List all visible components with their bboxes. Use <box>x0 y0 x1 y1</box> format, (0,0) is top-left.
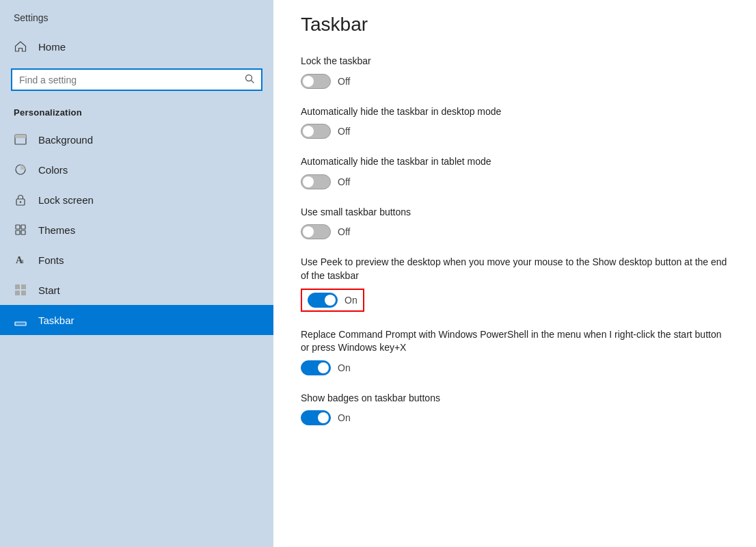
setting-label: Automatically hide the taskbar in tablet… <box>301 155 729 169</box>
svg-rect-16 <box>21 291 26 295</box>
sidebar-item-label: Start <box>38 284 60 296</box>
themes-icon <box>14 223 27 237</box>
lock-icon <box>14 193 27 206</box>
sidebar-item-start[interactable]: Start <box>0 275 273 305</box>
colors-icon <box>14 163 27 176</box>
setting-label: Show badges on taskbar buttons <box>301 392 729 405</box>
fonts-icon: A a <box>14 253 27 267</box>
setting-lock-taskbar: Lock the taskbar Off <box>301 55 729 89</box>
toggle-row: On <box>301 410 729 425</box>
toggle-status: Off <box>338 76 350 87</box>
setting-label: Use Peek to preview the desktop when you… <box>301 256 729 282</box>
sidebar-item-fonts[interactable]: A a Fonts <box>0 245 273 275</box>
sidebar-item-label: Lock screen <box>38 194 94 206</box>
toggle-knob <box>303 176 314 187</box>
toggle-status: Off <box>338 226 350 237</box>
sidebar-item-taskbar[interactable]: Taskbar <box>0 305 273 335</box>
sidebar-item-label: Background <box>38 134 93 146</box>
toggle-status: Off <box>338 176 350 187</box>
svg-rect-14 <box>21 284 26 289</box>
toggle-knob <box>303 126 314 137</box>
toggle-knob <box>318 362 329 373</box>
home-label: Home <box>38 41 66 53</box>
main-content: Taskbar Lock the taskbar Off Automatical… <box>273 0 756 547</box>
background-icon <box>14 133 27 146</box>
replace-cmd-toggle[interactable] <box>301 360 331 375</box>
toggle-status: On <box>338 362 351 373</box>
sidebar-item-home[interactable]: Home <box>0 30 273 63</box>
sidebar-item-lock-screen[interactable]: Lock screen <box>0 185 273 215</box>
sidebar-item-label: Themes <box>38 224 75 236</box>
svg-rect-9 <box>16 230 20 235</box>
setting-label: Replace Command Prompt with Windows Powe… <box>301 328 729 355</box>
svg-rect-8 <box>21 225 25 229</box>
setting-auto-hide-desktop: Automatically hide the taskbar in deskto… <box>301 105 729 139</box>
setting-peek-desktop: Use Peek to preview the desktop when you… <box>301 256 729 311</box>
auto-hide-tablet-toggle[interactable] <box>301 174 331 189</box>
setting-small-buttons: Use small taskbar buttons Off <box>301 206 729 240</box>
search-input[interactable] <box>19 75 239 85</box>
search-icon <box>245 74 254 85</box>
sidebar-item-label: Colors <box>38 164 68 176</box>
peek-desktop-toggle[interactable] <box>308 293 338 308</box>
settings-title: Settings <box>0 0 273 30</box>
setting-label: Use small taskbar buttons <box>301 206 729 219</box>
svg-rect-10 <box>21 230 25 235</box>
toggle-row: On <box>301 360 729 375</box>
setting-show-badges: Show badges on taskbar buttons On <box>301 392 729 426</box>
peek-toggle-highlighted: On <box>301 289 364 312</box>
taskbar-icon <box>14 313 27 327</box>
toggle-knob <box>325 295 336 306</box>
toggle-knob <box>318 412 329 423</box>
sidebar-item-background[interactable]: Background <box>0 124 273 155</box>
toggle-row: On <box>301 289 729 312</box>
svg-rect-15 <box>15 291 20 295</box>
search-box[interactable] <box>11 68 262 91</box>
svg-rect-13 <box>15 284 20 289</box>
setting-label: Automatically hide the taskbar in deskto… <box>301 105 729 119</box>
setting-label: Lock the taskbar <box>301 55 729 68</box>
toggle-knob <box>303 76 314 87</box>
toggle-status: On <box>338 412 351 423</box>
toggle-row: Off <box>301 224 729 239</box>
start-icon <box>14 283 27 297</box>
auto-hide-desktop-toggle[interactable] <box>301 124 331 139</box>
small-buttons-toggle[interactable] <box>301 224 331 239</box>
lock-taskbar-toggle[interactable] <box>301 74 331 89</box>
sidebar-item-label: Fonts <box>38 254 64 266</box>
toggle-row: Off <box>301 174 729 189</box>
toggle-row: Off <box>301 124 729 139</box>
personalization-label: Personalization <box>0 102 273 124</box>
sidebar-item-colors[interactable]: Colors <box>0 155 273 185</box>
toggle-status: On <box>345 295 357 306</box>
setting-replace-cmd: Replace Command Prompt with Windows Powe… <box>301 328 729 375</box>
svg-rect-7 <box>16 225 20 229</box>
home-icon <box>14 40 27 53</box>
svg-text:a: a <box>21 257 24 265</box>
sidebar-item-themes[interactable]: Themes <box>0 215 273 245</box>
svg-point-6 <box>20 201 21 202</box>
svg-line-1 <box>252 81 254 83</box>
toggle-row: Off <box>301 74 729 89</box>
svg-rect-18 <box>15 322 26 325</box>
page-title: Taskbar <box>301 14 729 36</box>
svg-rect-3 <box>15 135 26 138</box>
sidebar: Settings Home Personalization Background <box>0 0 273 547</box>
setting-auto-hide-tablet: Automatically hide the taskbar in tablet… <box>301 155 729 189</box>
show-badges-toggle[interactable] <box>301 410 331 425</box>
toggle-knob <box>303 226 314 237</box>
toggle-status: Off <box>338 126 350 137</box>
sidebar-item-label: Taskbar <box>38 315 75 326</box>
